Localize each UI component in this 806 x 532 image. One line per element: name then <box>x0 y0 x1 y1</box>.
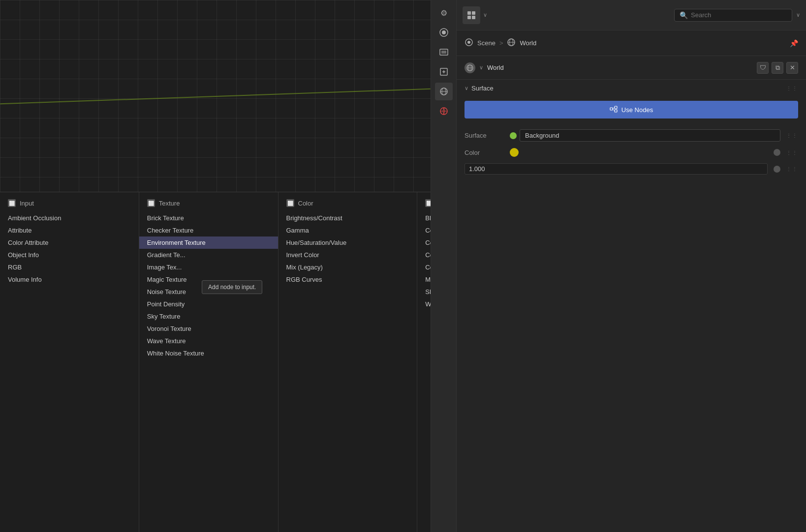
menu-item-volume-info[interactable]: Volume Info <box>0 273 139 286</box>
menu-item-rgb-curves[interactable]: RGB Curves <box>279 273 417 286</box>
breadcrumb-world[interactable]: World <box>520 39 536 47</box>
color-value-container <box>510 148 768 157</box>
copy-btn[interactable]: ⧉ <box>772 62 783 74</box>
use-nodes-button[interactable]: Use Nodes <box>465 101 798 118</box>
menu-item-rgb[interactable]: RGB <box>0 261 139 273</box>
svg-rect-24 <box>615 110 617 112</box>
viewport <box>0 0 431 192</box>
search-options-arrow[interactable]: ∨ <box>796 12 800 18</box>
svg-point-15 <box>467 41 470 44</box>
strength-prop-row: 1.000 ⋮⋮ <box>457 160 806 177</box>
menu-item-point-density[interactable]: Point Density <box>139 298 278 310</box>
input-column-label: Input <box>20 200 34 207</box>
sidebar-icon-tools[interactable]: ⚙ <box>435 4 453 22</box>
use-nodes-label: Use Nodes <box>621 106 653 114</box>
sidebar-icon-output[interactable] <box>435 63 453 81</box>
surface-prop-dots: ⋮⋮ <box>786 133 798 138</box>
input-column-header: ⬜ Input <box>0 196 139 212</box>
surface-color-dot <box>510 132 517 139</box>
menu-item-brightness-contrast[interactable]: Brightness/Contrast <box>279 212 417 224</box>
menu-item-invert-color[interactable]: Invert Color <box>279 249 417 261</box>
header-bar: ∨ 🔍 ∨ <box>457 0 806 30</box>
color-column-icon: ⬜ <box>286 199 294 207</box>
color-column-header: ⬜ Color <box>279 196 417 212</box>
editor-type-selector[interactable] <box>463 6 480 24</box>
menu-item-attribute[interactable]: Attribute <box>0 224 139 236</box>
viewport-grid <box>0 0 431 192</box>
surface-section-header[interactable]: ∨ Surface ⋮⋮ <box>457 80 806 97</box>
menu-item-gradient-texture[interactable]: Gradient Te... <box>139 249 278 261</box>
surface-section-menu[interactable]: ⋮⋮ <box>786 86 798 91</box>
menu-item-checker-texture[interactable]: Checker Texture <box>139 224 278 236</box>
menu-item-ambient-occlusion[interactable]: Ambient Occlusion <box>0 212 139 224</box>
menu-item-magic-texture[interactable]: Magic Texture <box>139 273 278 286</box>
color-column-label: Color <box>298 200 313 207</box>
menu-item-color-attribute[interactable]: Color Attribute <box>0 236 139 249</box>
menu-item-environment-texture[interactable]: Environment Texture <box>139 236 278 249</box>
color-prop-dots: ⋮⋮ <box>786 150 798 155</box>
menu-item-white-noise-texture[interactable]: White Noise Texture <box>139 347 278 359</box>
texture-column: ⬜ Texture Brick Texture Checker Texture … <box>139 192 279 532</box>
properties-panel: ∨ 🔍 ∨ Scene > <box>457 0 806 532</box>
menu-item-mix-legacy[interactable]: Mix (Legacy) <box>279 261 417 273</box>
pin-icon[interactable]: 📌 <box>790 39 798 47</box>
menu-item-object-info[interactable]: Object Info <box>0 249 139 261</box>
svg-line-26 <box>613 109 615 111</box>
color-prop-row: Color ⋮⋮ <box>457 145 806 160</box>
search-icon: 🔍 <box>680 11 688 19</box>
color-swatch[interactable] <box>510 148 519 157</box>
breadcrumb: Scene > World 📌 <box>457 30 806 56</box>
surface-type-dropdown[interactable]: Background <box>520 129 780 142</box>
input-column: ⬜ Input Ambient Occlusion Attribute Colo… <box>0 192 139 532</box>
world-type-icon <box>465 62 475 73</box>
menu-item-wave-texture[interactable]: Wave Texture <box>139 335 278 347</box>
search-input[interactable] <box>691 11 787 19</box>
menu-item-image-texture[interactable]: Image Tex... <box>139 261 278 273</box>
menu-item-gamma[interactable]: Gamma <box>279 224 417 236</box>
strength-field[interactable]: 1.000 <box>465 163 768 175</box>
svg-rect-12 <box>467 16 471 19</box>
surface-section-label: Surface <box>471 85 494 92</box>
nodes-icon <box>610 105 618 115</box>
sidebar-icon-view[interactable] <box>435 83 453 100</box>
texture-column-icon: ⬜ <box>147 199 155 207</box>
surface-prop-row: Surface Background ⋮⋮ <box>457 126 806 145</box>
svg-rect-23 <box>615 106 617 109</box>
right-panel: ⚙ <box>431 0 806 532</box>
sidebar-icon-render[interactable] <box>435 43 453 61</box>
svg-point-1 <box>442 30 446 34</box>
color-label: Color <box>465 149 504 156</box>
world-selector: ∨ World 🛡 ⧉ ✕ <box>457 56 806 80</box>
menu-item-sky-texture[interactable]: Sky Texture <box>139 310 278 323</box>
texture-column-label: Texture <box>159 200 180 207</box>
surface-chevron-icon: ∨ <box>465 85 468 91</box>
color-dot-menu[interactable] <box>774 149 780 156</box>
menu-item-hue-saturation[interactable]: Hue/Saturation/Value <box>279 236 417 249</box>
strength-dot-menu[interactable] <box>774 166 780 173</box>
color-column: ⬜ Color Brightness/Contrast Gamma Hue/Sa… <box>279 192 418 532</box>
close-btn[interactable]: ✕ <box>786 62 798 74</box>
menu-item-noise-texture[interactable]: Noise Texture <box>139 286 278 298</box>
breadcrumb-separator: > <box>499 39 503 47</box>
sidebar-icon-scene[interactable] <box>435 24 453 41</box>
svg-rect-3 <box>441 51 446 54</box>
svg-rect-10 <box>467 11 471 15</box>
svg-rect-13 <box>472 16 475 19</box>
sidebar-icons: ⚙ <box>431 0 457 532</box>
input-column-icon: ⬜ <box>8 199 16 207</box>
search-box[interactable]: 🔍 <box>674 9 792 22</box>
world-dropdown-arrow[interactable]: ∨ <box>479 64 483 71</box>
world-name: World <box>487 64 753 71</box>
fake-user-btn[interactable]: 🛡 <box>757 62 769 74</box>
breadcrumb-scene[interactable]: Scene <box>477 39 496 47</box>
surface-label: Surface <box>465 132 504 139</box>
scene-icon <box>465 38 473 49</box>
editor-type-arrow[interactable]: ∨ <box>483 12 487 18</box>
world-breadcrumb-icon <box>507 38 516 49</box>
menu-item-brick-texture[interactable]: Brick Texture <box>139 212 278 224</box>
texture-column-header: ⬜ Texture <box>139 196 278 212</box>
svg-rect-11 <box>472 11 475 15</box>
sidebar-icon-world[interactable] <box>435 102 453 120</box>
menu-item-voronoi-texture[interactable]: Voronoi Texture <box>139 323 278 335</box>
surface-value-container: Background <box>510 129 780 142</box>
